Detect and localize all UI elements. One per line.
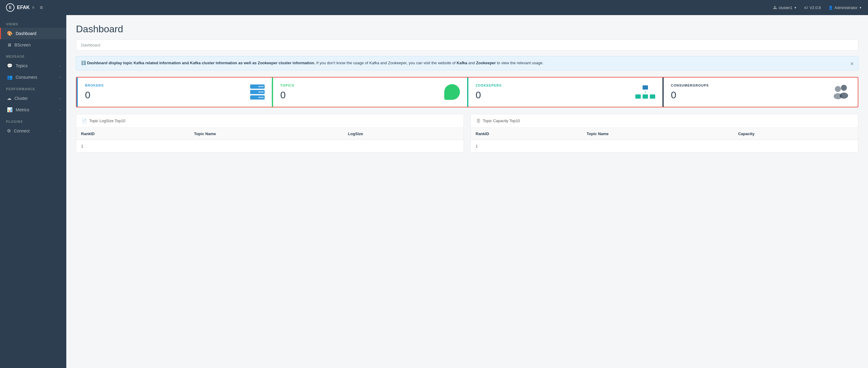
logsize-col-logsize: LogSize	[343, 128, 464, 140]
layout: VIEWS🎨Dashboard🖥BScreenMESSAGE💬Topics›👥C…	[0, 15, 868, 368]
version-label: V2.0.8	[809, 5, 821, 10]
cluster-dropdown-arrow: ▼	[794, 6, 797, 9]
info-banner: ℹ️ Dashboard display topic Kafka related…	[76, 56, 858, 70]
sidebar-section-label: PLUGINS	[0, 116, 66, 125]
sidebar-item-arrow: ›	[59, 64, 60, 67]
sidebar-section-label: VIEWS	[0, 18, 66, 28]
sidebar-icon-cluster: ☁	[7, 95, 11, 101]
info-icon: ℹ️	[81, 61, 86, 65]
sidebar: VIEWS🎨Dashboard🖥BScreenMESSAGE💬Topics›👥C…	[0, 15, 66, 368]
sidebar-icon-topics: 💬	[7, 63, 13, 68]
capacity-table-header: 🗄 Topic Capacity Top10	[471, 114, 858, 128]
user-dropdown-arrow: ▼	[859, 6, 862, 9]
table-row: 1	[76, 140, 464, 152]
sidebar-item-dashboard[interactable]: 🎨Dashboard	[0, 28, 66, 39]
logsize-col-rankid: RankID	[76, 128, 189, 140]
stat-card-brokers-left: BROKERS0	[85, 84, 104, 101]
sidebar-item-arrow: ›	[59, 129, 60, 133]
sidebar-item-label: Metrics	[16, 107, 29, 112]
broker-icon	[250, 84, 265, 100]
stat-card-consumergroups-label: CONSUMERGROUPS	[671, 84, 709, 87]
tables-row: 📄 Topic LogSize Top10 RankID Topic Name …	[76, 114, 858, 153]
kafka-link[interactable]: Kafka	[457, 61, 467, 65]
stat-card-brokers-icon	[250, 84, 265, 100]
stat-card-topics-icon	[444, 84, 460, 100]
breadcrumb-text: Dashboard	[81, 43, 100, 47]
zookeeper-link[interactable]: Zookeeper	[476, 61, 496, 65]
cluster-icon: 🖧	[773, 5, 777, 10]
sidebar-item-left: ☁Cluster	[7, 95, 28, 101]
svg-point-3	[840, 93, 848, 98]
capacity-table-icon: 🗄	[476, 118, 480, 123]
consumergroup-icon	[832, 85, 850, 99]
sidebar-icon-connect: ⚙	[7, 128, 11, 134]
stat-card-zookeepers-left: ZOOKEEPERS0	[475, 84, 501, 101]
stat-card-zookeepers: ZOOKEEPERS0	[467, 78, 662, 107]
logsize-table-header-row: RankID Topic Name LogSize	[76, 128, 464, 140]
stat-card-zookeepers-label: ZOOKEEPERS	[475, 84, 501, 87]
logsize-col-topicname: Topic Name	[189, 128, 343, 140]
sidebar-item-topics[interactable]: 💬Topics›	[0, 60, 66, 72]
logsize-table: RankID Topic Name LogSize 1	[76, 128, 464, 152]
user-icon: 👤	[828, 5, 833, 10]
user-label: Administrator	[835, 5, 858, 10]
stat-card-zookeepers-value: 0	[475, 90, 501, 101]
sidebar-item-left: 📊Metrics	[7, 107, 29, 113]
stat-card-consumergroups: CONSUMERGROUPS0	[662, 78, 858, 107]
capacity-row1-capacity	[733, 140, 858, 152]
sidebar-item-left: 👥Consumers	[7, 75, 37, 80]
capacity-table-card: 🗄 Topic Capacity Top10 RankID Topic Name…	[470, 114, 858, 153]
logsize-table-icon: 📄	[82, 118, 87, 123]
sidebar-item-bscreen[interactable]: 🖥BScreen	[0, 39, 66, 50]
sidebar-item-label: BScreen	[14, 43, 31, 47]
logo-circle: E	[6, 3, 14, 12]
topnav: E EFAK © ≡ 🖧 cluster1 ▼ 🏷 V2.0.8 👤 Admin…	[0, 0, 868, 15]
logsize-row1-rankid: 1	[76, 140, 189, 152]
sidebar-section-label: PERFORMANCE	[0, 83, 66, 93]
topic-bubble-icon	[444, 84, 460, 100]
sidebar-item-left: 🖥BScreen	[7, 42, 31, 47]
logsize-table-card: 📄 Topic LogSize Top10 RankID Topic Name …	[76, 114, 464, 153]
sidebar-item-cluster[interactable]: ☁Cluster›	[0, 93, 66, 104]
stat-card-topics-left: TOPICS0	[280, 84, 294, 101]
sidebar-item-label: Consumers	[16, 75, 37, 80]
sidebar-item-connect[interactable]: ⚙Connect›	[0, 125, 66, 137]
capacity-col-topicname: Topic Name	[582, 128, 734, 140]
sidebar-icon-consumers: 👥	[7, 75, 13, 80]
sidebar-item-consumers[interactable]: 👥Consumers›	[0, 72, 66, 83]
stat-card-consumergroups-left: CONSUMERGROUPS0	[671, 84, 709, 101]
capacity-row1-topicname	[582, 140, 734, 152]
info-banner-bold: Dashboard display topic Kafka related in…	[87, 61, 315, 65]
hamburger-button[interactable]: ≡	[40, 4, 43, 11]
page-title: Dashboard	[76, 24, 858, 35]
version-icon: 🏷	[804, 5, 808, 10]
logsize-table-header: 📄 Topic LogSize Top10	[76, 114, 464, 128]
capacity-table-title: Topic Capacity Top10	[483, 118, 520, 123]
stat-card-brokers-value: 0	[85, 90, 104, 101]
cluster-selector[interactable]: 🖧 cluster1 ▼	[773, 5, 797, 10]
stat-card-consumergroups-value: 0	[671, 90, 709, 101]
logsize-table-title: Topic LogSize Top10	[89, 118, 125, 123]
svg-point-2	[841, 85, 847, 91]
sidebar-section-label: MESSAGE	[0, 50, 66, 60]
stat-card-consumergroups-icon	[832, 85, 850, 99]
capacity-row1-rankid: 1	[471, 140, 582, 152]
sidebar-icon-metrics: 📊	[7, 107, 13, 113]
info-banner-close[interactable]: ✕	[850, 60, 854, 68]
capacity-table: RankID Topic Name Capacity 1	[471, 128, 858, 152]
sidebar-item-label: Dashboard	[16, 31, 36, 36]
sidebar-item-arrow: ›	[59, 76, 60, 79]
stat-card-topics: TOPICS0	[272, 78, 467, 107]
breadcrumb: Dashboard	[76, 39, 858, 51]
stat-card-brokers-label: BROKERS	[85, 84, 104, 87]
sidebar-item-arrow: ›	[59, 108, 60, 112]
logsize-row1-logsize	[343, 140, 464, 152]
sidebar-item-label: Cluster	[14, 96, 28, 101]
logsize-row1-topicname	[189, 140, 343, 152]
user-menu[interactable]: 👤 Administrator ▼	[828, 5, 862, 10]
cluster-label: cluster1	[778, 5, 792, 10]
main-content: Dashboard Dashboard ℹ️ Dashboard display…	[66, 15, 868, 368]
sidebar-item-metrics[interactable]: 📊Metrics›	[0, 104, 66, 116]
stat-card-brokers: BROKERS0	[76, 78, 272, 107]
stat-card-topics-label: TOPICS	[280, 84, 294, 87]
